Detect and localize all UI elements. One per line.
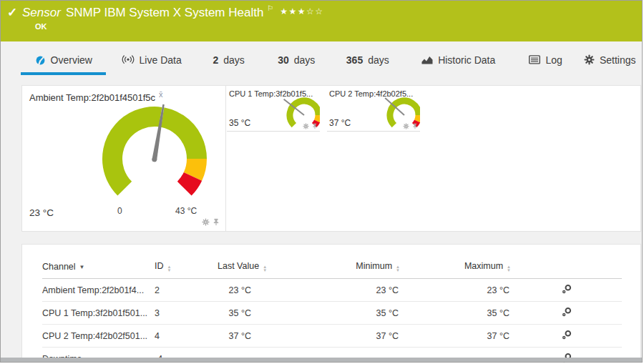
column-header-actions: [511, 257, 622, 279]
tab-label: days: [294, 54, 316, 66]
tab-historic-data[interactable]: Historic Data: [404, 41, 514, 78]
gauges-panel: Ambient Temp:2f2b01f4501f5c x̄ 0 43 °C 2…: [21, 85, 641, 232]
mean-marker: x̄: [159, 90, 163, 99]
tab-label: days: [368, 54, 389, 66]
prtg-sensor-page: ✓ SensorSNMP IBM System X System Health⚐…: [0, 0, 643, 363]
channel-settings-icon[interactable]: [561, 284, 572, 295]
flag-icon[interactable]: ⚐: [267, 4, 273, 12]
gauge-title: CPU 1 Temp:3f2b01f5...: [229, 89, 313, 98]
tile-controls: [403, 123, 418, 129]
pin-icon[interactable]: [213, 218, 220, 226]
table-header-row: Channel▼ ID▲▼ Last Value▲▼ Minimum▲▼ Max…: [42, 257, 622, 279]
area-chart-icon: [421, 55, 433, 64]
sensor-status-header: ✓ SensorSNMP IBM System X System Health⚐…: [1, 1, 642, 41]
channel-name[interactable]: CPU 2 Temp:4f2b02f501...: [42, 325, 155, 348]
channel-minimum: 23 °C: [303, 279, 400, 302]
tab-settings[interactable]: Settings: [577, 41, 642, 78]
channel-maximum: 35 °C: [400, 302, 511, 325]
tab-overview[interactable]: Overview: [21, 41, 106, 78]
sort-icon: ▲▼: [263, 265, 267, 272]
tab-label: days: [223, 54, 245, 66]
gauge-scale-min: 0: [117, 206, 122, 216]
channel-minimum: 35 °C: [303, 302, 400, 325]
tab-label: Historic Data: [438, 54, 495, 66]
gauge-value: 23 °C: [29, 207, 54, 218]
column-header-minimum[interactable]: Minimum▲▼: [303, 257, 400, 279]
gauge-tile-cpu1[interactable]: CPU 1 Temp:3f2b01f5... 35 °C: [227, 86, 320, 132]
sensor-title-line: SensorSNMP IBM System X System Health⚐★★…: [22, 4, 324, 20]
channel-last-value: 37 °C: [218, 325, 303, 348]
small-gauge-tiles: CPU 1 Temp:3f2b01f5... 35 °C: [227, 86, 427, 132]
sort-icon: ▲▼: [507, 265, 511, 272]
tab-2-days[interactable]: 2 days: [197, 41, 261, 78]
broadcast-icon: [122, 55, 135, 64]
channel-last-value: 23 °C: [218, 279, 303, 302]
gauge-scale-max: 43 °C: [175, 206, 197, 216]
gauge-value: 37 °C: [329, 118, 351, 128]
tile-controls: [303, 123, 318, 129]
pin-icon[interactable]: [312, 123, 318, 129]
page-title: SNMP IBM System X System Health: [66, 6, 263, 19]
column-header-channel[interactable]: Channel▼: [42, 257, 155, 279]
window-bottom-edge: [1, 358, 642, 362]
tab-number: 30: [278, 54, 289, 66]
table-row[interactable]: Ambient Temp:2f2b01f4... 2 23 °C 23 °C 2…: [42, 279, 622, 302]
channel-name[interactable]: Ambient Temp:2f2b01f4...: [42, 279, 155, 302]
tab-30-days[interactable]: 30 days: [260, 41, 332, 78]
tab-number: 365: [346, 54, 363, 66]
tab-label: Live Data: [140, 54, 182, 66]
gear-icon[interactable]: [303, 123, 309, 129]
log-list-icon: [529, 55, 540, 64]
tab-label: Settings: [600, 54, 636, 66]
channel-maximum: 37 °C: [400, 325, 511, 348]
channel-maximum: 23 °C: [400, 279, 511, 302]
tile-controls: [202, 218, 220, 226]
sensor-type-label: Sensor: [22, 6, 61, 19]
column-header-last-value[interactable]: Last Value▲▼: [218, 257, 303, 279]
status-badge: OK: [35, 22, 47, 31]
channel-last-value: 35 °C: [218, 302, 303, 325]
tab-log[interactable]: Log: [514, 41, 578, 78]
gear-icon[interactable]: [403, 123, 409, 129]
channel-id: 2: [155, 279, 218, 302]
tab-365-days[interactable]: 365 days: [332, 41, 404, 78]
column-header-id[interactable]: ID▲▼: [155, 257, 218, 279]
tab-number: 2: [213, 54, 218, 66]
channel-id: 3: [155, 302, 218, 325]
gauge-tile-ambient[interactable]: Ambient Temp:2f2b01f4501f5c x̄ 0 43 °C 2…: [22, 86, 226, 231]
channel-name[interactable]: CPU 1 Temp:3f2b01f501...: [42, 302, 155, 325]
sort-icon: ▲▼: [396, 265, 400, 272]
tab-label: Overview: [51, 54, 92, 66]
tab-bar: Overview Live Data 2 days 30 days 365 da…: [1, 41, 642, 78]
sort-desc-icon: ▼: [79, 264, 85, 270]
channel-settings-icon[interactable]: [561, 307, 572, 318]
table-row[interactable]: CPU 1 Temp:3f2b01f501... 3 35 °C 35 °C 3…: [42, 302, 622, 325]
tab-label: Log: [545, 54, 562, 66]
gear-icon: [584, 54, 595, 65]
channel-minimum: 37 °C: [303, 325, 400, 348]
channel-settings-icon[interactable]: [561, 330, 572, 340]
gauge-value: 35 °C: [229, 118, 250, 128]
priority-stars[interactable]: ★★★☆☆: [280, 6, 323, 16]
status-check-icon: ✓: [7, 5, 17, 20]
table-row[interactable]: CPU 2 Temp:4f2b02f501... 4 37 °C 37 °C 3…: [42, 325, 622, 348]
sort-icon: ▲▼: [167, 265, 172, 272]
tab-live-data[interactable]: Live Data: [106, 41, 196, 78]
channels-panel: Channel▼ ID▲▼ Last Value▲▼ Minimum▲▼ Max…: [21, 244, 641, 359]
channel-id: 4: [155, 325, 218, 348]
gauge-tile-cpu2[interactable]: CPU 2 Temp:4f2b02f5... 37 °C: [327, 86, 420, 132]
column-header-maximum[interactable]: Maximum▲▼: [400, 257, 511, 279]
gear-icon[interactable]: [202, 218, 210, 226]
pin-icon[interactable]: [412, 123, 418, 129]
channel-table: Channel▼ ID▲▼ Last Value▲▼ Minimum▲▼ Max…: [42, 257, 622, 364]
gauge-icon: [35, 54, 46, 66]
gauge-title: CPU 2 Temp:4f2b02f5...: [329, 89, 413, 98]
